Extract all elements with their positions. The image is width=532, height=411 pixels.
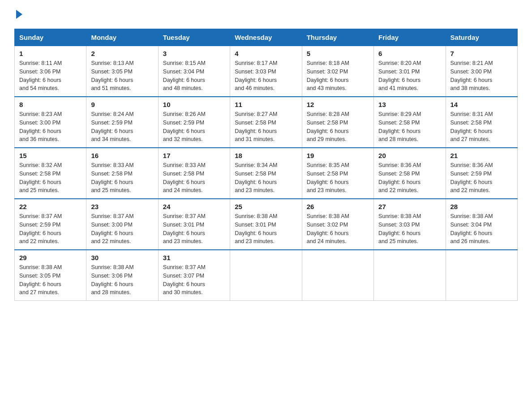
calendar-day-cell: 6Sunrise: 8:20 AM Sunset: 3:01 PM Daylig… [374,46,446,97]
day-info: Sunrise: 8:37 AM Sunset: 3:07 PM Dayligh… [163,263,225,297]
day-info: Sunrise: 8:33 AM Sunset: 2:58 PM Dayligh… [163,161,225,195]
day-info: Sunrise: 8:24 AM Sunset: 2:59 PM Dayligh… [91,110,153,144]
calendar-day-cell [374,250,446,301]
calendar-day-cell: 11Sunrise: 8:27 AM Sunset: 2:58 PM Dayli… [230,97,302,148]
day-info: Sunrise: 8:32 AM Sunset: 2:58 PM Dayligh… [19,161,82,195]
day-number: 6 [378,50,441,57]
day-info: Sunrise: 8:11 AM Sunset: 3:06 PM Dayligh… [19,59,82,93]
calendar-day-cell: 8Sunrise: 8:23 AM Sunset: 3:00 PM Daylig… [15,97,86,148]
calendar-header-row: SundayMondayTuesdayWednesdayThursdayFrid… [15,29,518,46]
day-number: 7 [450,50,513,57]
calendar-day-cell: 29Sunrise: 8:38 AM Sunset: 3:05 PM Dayli… [15,250,86,301]
calendar-week-row: 15Sunrise: 8:32 AM Sunset: 2:58 PM Dayli… [15,148,518,199]
day-of-week-header: Saturday [446,29,517,46]
day-number: 27 [378,203,441,210]
day-number: 1 [19,50,82,57]
day-info: Sunrise: 8:36 AM Sunset: 2:58 PM Dayligh… [378,161,441,195]
day-info: Sunrise: 8:37 AM Sunset: 2:59 PM Dayligh… [19,212,82,246]
calendar-day-cell: 19Sunrise: 8:35 AM Sunset: 2:58 PM Dayli… [302,148,373,199]
day-number: 23 [91,203,153,210]
day-number: 4 [235,50,297,57]
day-info: Sunrise: 8:23 AM Sunset: 3:00 PM Dayligh… [19,110,82,144]
calendar-day-cell: 4Sunrise: 8:17 AM Sunset: 3:03 PM Daylig… [230,46,302,97]
calendar-table: SundayMondayTuesdayWednesdayThursdayFrid… [14,29,518,301]
day-number: 10 [163,101,225,108]
day-number: 20 [378,152,441,159]
calendar-week-row: 8Sunrise: 8:23 AM Sunset: 3:00 PM Daylig… [15,97,518,148]
day-info: Sunrise: 8:21 AM Sunset: 3:00 PM Dayligh… [450,59,513,93]
day-of-week-header: Thursday [302,29,373,46]
day-number: 3 [163,50,225,57]
calendar-day-cell: 16Sunrise: 8:33 AM Sunset: 2:58 PM Dayli… [86,148,158,199]
day-number: 26 [307,203,369,210]
day-number: 29 [19,254,82,261]
calendar-day-cell [446,250,517,301]
day-number: 5 [307,50,369,57]
day-number: 18 [235,152,297,159]
calendar-day-cell: 17Sunrise: 8:33 AM Sunset: 2:58 PM Dayli… [158,148,230,199]
calendar-week-row: 22Sunrise: 8:37 AM Sunset: 2:59 PM Dayli… [15,199,518,250]
calendar-day-cell: 3Sunrise: 8:15 AM Sunset: 3:04 PM Daylig… [158,46,230,97]
day-info: Sunrise: 8:35 AM Sunset: 2:58 PM Dayligh… [307,161,369,195]
calendar-day-cell: 18Sunrise: 8:34 AM Sunset: 2:58 PM Dayli… [230,148,302,199]
calendar-day-cell: 31Sunrise: 8:37 AM Sunset: 3:07 PM Dayli… [158,250,230,301]
day-info: Sunrise: 8:15 AM Sunset: 3:04 PM Dayligh… [163,59,225,93]
day-info: Sunrise: 8:33 AM Sunset: 2:58 PM Dayligh… [91,161,153,195]
day-info: Sunrise: 8:37 AM Sunset: 3:00 PM Dayligh… [91,212,153,246]
calendar-day-cell: 2Sunrise: 8:13 AM Sunset: 3:05 PM Daylig… [86,46,158,97]
day-number: 9 [91,101,153,108]
day-info: Sunrise: 8:37 AM Sunset: 3:01 PM Dayligh… [163,212,225,246]
day-info: Sunrise: 8:38 AM Sunset: 3:05 PM Dayligh… [19,263,82,297]
calendar-day-cell: 13Sunrise: 8:29 AM Sunset: 2:58 PM Dayli… [374,97,446,148]
day-of-week-header: Tuesday [158,29,230,46]
page-header [14,11,518,20]
calendar-day-cell: 26Sunrise: 8:38 AM Sunset: 3:02 PM Dayli… [302,199,373,250]
day-number: 19 [307,152,369,159]
calendar-day-cell [230,250,302,301]
day-info: Sunrise: 8:18 AM Sunset: 3:02 PM Dayligh… [307,59,369,93]
calendar-day-cell: 9Sunrise: 8:24 AM Sunset: 2:59 PM Daylig… [86,97,158,148]
calendar-day-cell: 21Sunrise: 8:36 AM Sunset: 2:59 PM Dayli… [446,148,517,199]
day-number: 25 [235,203,297,210]
day-number: 24 [163,203,225,210]
day-of-week-header: Friday [374,29,446,46]
day-of-week-header: Sunday [15,29,86,46]
day-number: 17 [163,152,225,159]
day-number: 13 [378,101,441,108]
calendar-day-cell: 28Sunrise: 8:38 AM Sunset: 3:04 PM Dayli… [446,199,517,250]
day-info: Sunrise: 8:36 AM Sunset: 2:59 PM Dayligh… [450,161,513,195]
calendar-day-cell: 12Sunrise: 8:28 AM Sunset: 2:58 PM Dayli… [302,97,373,148]
calendar-day-cell: 25Sunrise: 8:38 AM Sunset: 3:01 PM Dayli… [230,199,302,250]
day-number: 21 [450,152,513,159]
day-number: 16 [91,152,153,159]
day-info: Sunrise: 8:28 AM Sunset: 2:58 PM Dayligh… [307,110,369,144]
day-info: Sunrise: 8:38 AM Sunset: 3:01 PM Dayligh… [235,212,297,246]
calendar-day-cell [302,250,373,301]
calendar-day-cell: 23Sunrise: 8:37 AM Sunset: 3:00 PM Dayli… [86,199,158,250]
calendar-day-cell: 7Sunrise: 8:21 AM Sunset: 3:00 PM Daylig… [446,46,517,97]
logo-arrow-icon [16,10,22,19]
calendar-day-cell: 27Sunrise: 8:38 AM Sunset: 3:03 PM Dayli… [374,199,446,250]
calendar-day-cell: 15Sunrise: 8:32 AM Sunset: 2:58 PM Dayli… [15,148,86,199]
day-info: Sunrise: 8:38 AM Sunset: 3:06 PM Dayligh… [91,263,153,297]
calendar-week-row: 29Sunrise: 8:38 AM Sunset: 3:05 PM Dayli… [15,250,518,301]
day-number: 28 [450,203,513,210]
calendar-week-row: 1Sunrise: 8:11 AM Sunset: 3:06 PM Daylig… [15,46,518,97]
day-number: 11 [235,101,297,108]
day-number: 14 [450,101,513,108]
day-of-week-header: Wednesday [230,29,302,46]
calendar-day-cell: 5Sunrise: 8:18 AM Sunset: 3:02 PM Daylig… [302,46,373,97]
day-number: 8 [19,101,82,108]
calendar-day-cell: 30Sunrise: 8:38 AM Sunset: 3:06 PM Dayli… [86,250,158,301]
day-number: 12 [307,101,369,108]
calendar-day-cell: 24Sunrise: 8:37 AM Sunset: 3:01 PM Dayli… [158,199,230,250]
day-number: 2 [91,50,153,57]
day-number: 22 [19,203,82,210]
day-info: Sunrise: 8:34 AM Sunset: 2:58 PM Dayligh… [235,161,297,195]
calendar-day-cell: 10Sunrise: 8:26 AM Sunset: 2:59 PM Dayli… [158,97,230,148]
day-of-week-header: Monday [86,29,158,46]
day-info: Sunrise: 8:13 AM Sunset: 3:05 PM Dayligh… [91,59,153,93]
calendar-day-cell: 14Sunrise: 8:31 AM Sunset: 2:58 PM Dayli… [446,97,517,148]
day-info: Sunrise: 8:31 AM Sunset: 2:58 PM Dayligh… [450,110,513,144]
day-info: Sunrise: 8:29 AM Sunset: 2:58 PM Dayligh… [378,110,441,144]
